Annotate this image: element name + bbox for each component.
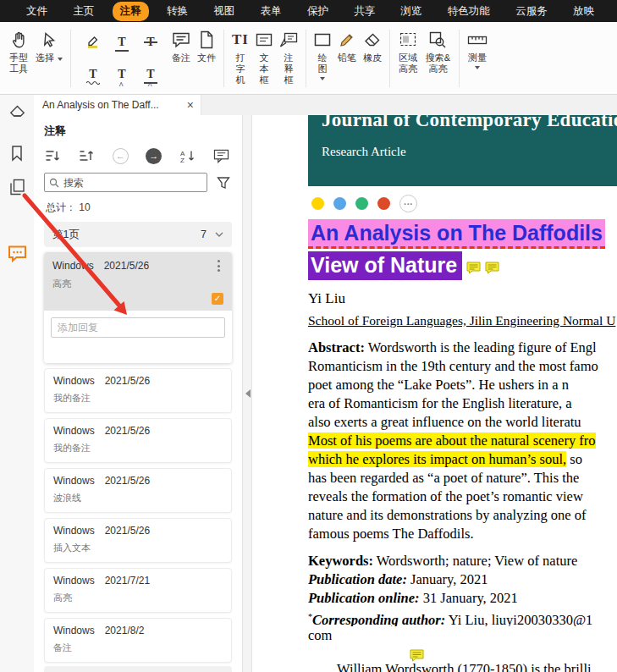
textbox-tool-button[interactable]: 文本框 <box>256 27 273 85</box>
comment-card[interactable]: Windows 2021/5/26 插入文本 <box>44 518 232 563</box>
comment-card[interactable]: Windows 2021/5/26 我的备注 <box>44 368 232 413</box>
note-tool-label: 备注 <box>172 52 190 63</box>
replace-text-tool-button[interactable]: T^ <box>138 62 163 87</box>
sticky-note-icon[interactable] <box>466 262 481 278</box>
menu-item-file[interactable]: 文件 <box>19 2 55 21</box>
comment-author: Windows <box>53 525 95 537</box>
menu-dots-icon[interactable] <box>214 259 223 273</box>
comment-type: 我的备注 <box>53 392 223 405</box>
document-view[interactable]: Journal of Contemporary Education Resear… <box>252 115 617 672</box>
navigation-strip <box>0 95 34 672</box>
comment-author: Windows <box>52 260 94 272</box>
menu-item-view[interactable]: 视图 <box>206 2 242 21</box>
callout-icon <box>279 27 298 52</box>
comment-checkbox[interactable] <box>212 293 223 305</box>
search-input[interactable] <box>44 173 207 192</box>
panel-splitter[interactable] <box>242 115 252 672</box>
close-icon[interactable]: × <box>187 99 194 111</box>
color-swatch-yellow[interactable] <box>311 197 324 210</box>
menu-item-cloud[interactable]: 云服务 <box>508 2 555 21</box>
callout-tool-button[interactable]: 注释框 <box>279 27 298 85</box>
search-highlight-label: 搜索&高亮 <box>425 52 451 74</box>
insert-text-tool-button[interactable]: T^ <box>109 62 135 87</box>
sort-asc-icon[interactable] <box>78 147 95 164</box>
file-attachment-button[interactable]: 文件 <box>197 27 216 63</box>
squiggly-tool-button[interactable]: T <box>80 62 106 87</box>
comments-panel-button[interactable] <box>6 244 28 266</box>
comment-date: 2021/5/26 <box>105 425 150 437</box>
main-area: An Analysis on The Daff... × 注释 <box>0 95 617 672</box>
chevron-down-icon <box>320 77 325 80</box>
eraser-tool-button[interactable]: 橡皮 <box>363 27 382 63</box>
highlighted-text[interactable]: Most of his poems are about the natural … <box>308 432 596 449</box>
comment-card[interactable]: Windows 2021/5/26 我的备注 <box>44 418 232 463</box>
menu-item-protect[interactable]: 保护 <box>300 2 336 21</box>
area-highlight-button[interactable]: 区域高亮 <box>398 27 418 74</box>
sticky-note-icon[interactable] <box>485 262 499 278</box>
comment-date: 2021/8/2 <box>105 625 145 636</box>
next-page-icon[interactable] <box>146 148 162 164</box>
comment-date: 2021/7/21 <box>105 575 150 587</box>
comment-card[interactable]: Windows 2021/5/26 波浪线 <box>44 468 232 513</box>
content-row: 注释 AZ <box>34 115 617 672</box>
filter-icon[interactable] <box>215 174 232 191</box>
pages-panel-button[interactable] <box>6 178 28 200</box>
reply-input[interactable] <box>51 317 225 338</box>
note-tool-button[interactable]: 备注 <box>172 27 190 63</box>
comment-card[interactable]: Windows 2021/8/2 备注 <box>44 618 232 663</box>
comment-card[interactable]: Windows 2021/7/21 高亮 <box>44 568 232 613</box>
panel-title: 注释 <box>44 124 232 139</box>
select-tool-button[interactable]: 选择 <box>36 27 63 63</box>
underline-tool-button[interactable]: T <box>109 30 135 55</box>
note-icon <box>172 27 190 52</box>
document-tab[interactable]: An Analysis on The Daff... × <box>34 95 201 115</box>
sort-desc-icon[interactable] <box>44 147 61 164</box>
color-swatch-blue[interactable] <box>333 197 346 210</box>
pdf-reader-window: 文件 主页 注释 转换 视图 表单 保护 共享 浏览 特色功能 云服务 放映 手… <box>0 0 617 672</box>
highlight-tool-button[interactable] <box>80 30 106 55</box>
search-row <box>44 173 232 192</box>
collapse-panel-button[interactable] <box>244 377 251 410</box>
color-swatch-green[interactable] <box>355 197 368 210</box>
measure-tool-button[interactable]: 测量 <box>467 27 488 69</box>
hand-tool-button[interactable]: 手型工具 <box>8 27 29 74</box>
abstract-line: so <box>566 451 582 467</box>
eraser-diamond-icon <box>9 104 25 122</box>
prev-page-icon[interactable] <box>113 148 129 164</box>
page2-section-header[interactable]: 第2页 3 <box>44 666 232 672</box>
page1-label: 第1页 <box>52 228 80 242</box>
highlighted-text[interactable]: which he explores its impact on human’s … <box>308 451 566 467</box>
highlight-color-palette <box>311 195 617 212</box>
color-swatch-red[interactable] <box>377 197 390 210</box>
menu-item-browse[interactable]: 浏览 <box>394 2 430 21</box>
menu-item-comment[interactable]: 注释 <box>113 2 149 21</box>
comment-author: Windows <box>53 375 95 387</box>
comment-type: 高亮 <box>52 278 223 290</box>
pencil-tool-button[interactable]: 铅笔 <box>338 27 356 63</box>
article-author: Yi Liu <box>308 290 617 307</box>
menu-item-share[interactable]: 共享 <box>346 2 383 21</box>
menu-item-slideshow[interactable]: 放映 <box>565 2 602 21</box>
typewriter-tool-button[interactable]: TI 打字机 <box>232 27 249 85</box>
toolbar-separator <box>389 30 390 87</box>
measure-label: 测量 <box>468 52 487 63</box>
comment-author: Windows <box>53 625 95 636</box>
draw-tool-button[interactable]: 绘图 <box>314 27 331 80</box>
strikethrough-icon: T <box>146 36 154 48</box>
more-colors-icon[interactable] <box>399 195 417 212</box>
abstract-label: Abstract: <box>308 339 365 355</box>
page1-section-header[interactable]: 第1页 7 <box>44 222 232 247</box>
bookmarks-panel-button[interactable] <box>6 144 28 166</box>
svg-text:Z: Z <box>180 157 185 163</box>
menu-item-features[interactable]: 特色功能 <box>440 2 498 21</box>
comment-card-selected[interactable]: Windows 2021/5/26 高亮 <box>44 252 232 363</box>
menu-item-convert[interactable]: 转换 <box>159 2 196 21</box>
menu-item-home[interactable]: 主页 <box>65 2 102 21</box>
summary-icon[interactable] <box>213 147 230 164</box>
area-highlight-label: 区域高亮 <box>398 52 418 74</box>
menu-item-form[interactable]: 表单 <box>253 2 289 21</box>
search-highlight-button[interactable]: 搜索&高亮 <box>425 27 451 74</box>
strikethrough-tool-button[interactable]: T <box>138 30 163 55</box>
az-sort-icon[interactable]: AZ <box>179 147 196 164</box>
quick-eraser-button[interactable] <box>6 102 28 124</box>
